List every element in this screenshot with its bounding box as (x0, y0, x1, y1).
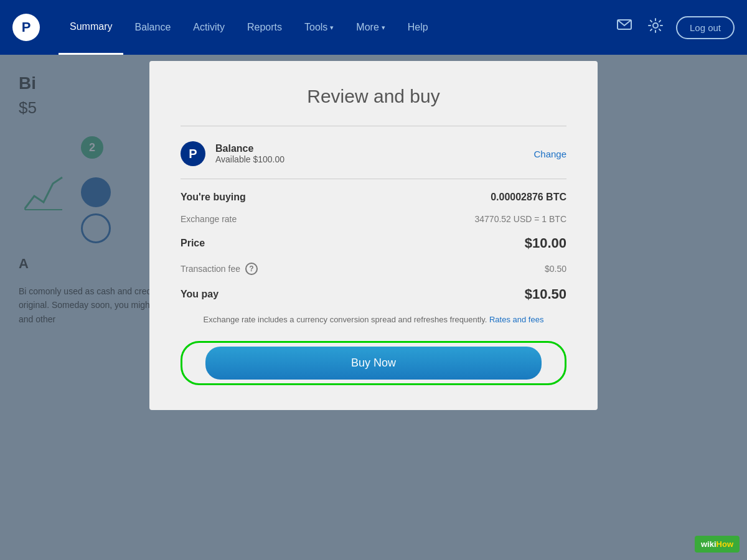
svg-point-3 (653, 23, 658, 28)
nav-help[interactable]: Help (397, 0, 439, 55)
wikihow-badge: wikiHow (695, 536, 740, 553)
nav-more[interactable]: More▾ (345, 0, 396, 55)
svg-text:P: P (189, 147, 197, 161)
nav-links: Summary Balance Activity Reports Tools▾ … (59, 0, 614, 55)
buy-now-wrapper: Buy Now (181, 341, 566, 385)
you-pay-value: $10.50 (525, 286, 566, 302)
price-row: Price $10.00 (181, 235, 566, 251)
modal-top-divider (181, 126, 566, 126)
payment-info: Balance Available $100.00 (215, 143, 533, 164)
tools-chevron: ▾ (330, 24, 334, 32)
buy-now-button[interactable]: Buy Now (205, 347, 542, 380)
transaction-fee-row: Transaction fee ? $0.50 (181, 263, 566, 275)
navbar: P Summary Balance Activity Reports Tools… (0, 0, 747, 55)
wiki-text: wiki (701, 539, 716, 549)
logout-button[interactable]: Log out (676, 16, 735, 39)
review-buy-modal: Review and buy P Balance Available $100.… (149, 61, 598, 410)
payment-name: Balance (215, 143, 533, 154)
how-text: How (716, 539, 733, 549)
nav-activity[interactable]: Activity (182, 0, 236, 55)
you-pay-label: You pay (181, 289, 218, 300)
nav-tools[interactable]: Tools▾ (293, 0, 345, 55)
buying-value: 0.00002876 BTC (491, 192, 566, 203)
nav-summary[interactable]: Summary (59, 0, 123, 55)
message-icon (616, 17, 632, 37)
you-pay-row: You pay $10.50 (181, 286, 566, 302)
modal-note: Exchange rate includes a currency conver… (181, 314, 566, 326)
rates-fees-link[interactable]: Rates and fees (489, 315, 543, 324)
price-value: $10.00 (525, 235, 566, 251)
messages-button[interactable] (614, 15, 635, 40)
fee-label-group: Transaction fee ? (181, 263, 258, 275)
gear-icon (647, 17, 664, 37)
modal-overlay: Review and buy P Balance Available $100.… (0, 55, 747, 560)
transaction-fee-value: $0.50 (545, 264, 566, 274)
paypal-logo-modal: P (181, 141, 205, 166)
payment-method-row: P Balance Available $100.00 Change (181, 141, 566, 166)
exchange-rate-label: Exchange rate (181, 214, 237, 224)
transaction-fee-label: Transaction fee (181, 264, 240, 274)
help-icon[interactable]: ? (245, 263, 258, 275)
buying-label: You're buying (181, 192, 246, 203)
modal-title: Review and buy (181, 86, 566, 107)
buying-row: You're buying 0.00002876 BTC (181, 192, 566, 203)
navbar-right: Log out (614, 15, 735, 40)
svg-text:P: P (22, 19, 31, 35)
nav-reports[interactable]: Reports (236, 0, 293, 55)
more-chevron: ▾ (382, 24, 385, 32)
exchange-rate-row: Exchange rate 34770.52 USD = 1 BTC (181, 214, 566, 224)
payment-available: Available $100.00 (215, 154, 533, 164)
nav-balance[interactable]: Balance (123, 0, 182, 55)
price-label: Price (181, 238, 205, 249)
exchange-rate-value: 34770.52 USD = 1 BTC (475, 214, 566, 224)
change-link[interactable]: Change (533, 149, 566, 159)
paypal-logo: P (12, 14, 40, 41)
modal-mid-divider (181, 179, 566, 179)
settings-button[interactable] (645, 15, 666, 40)
